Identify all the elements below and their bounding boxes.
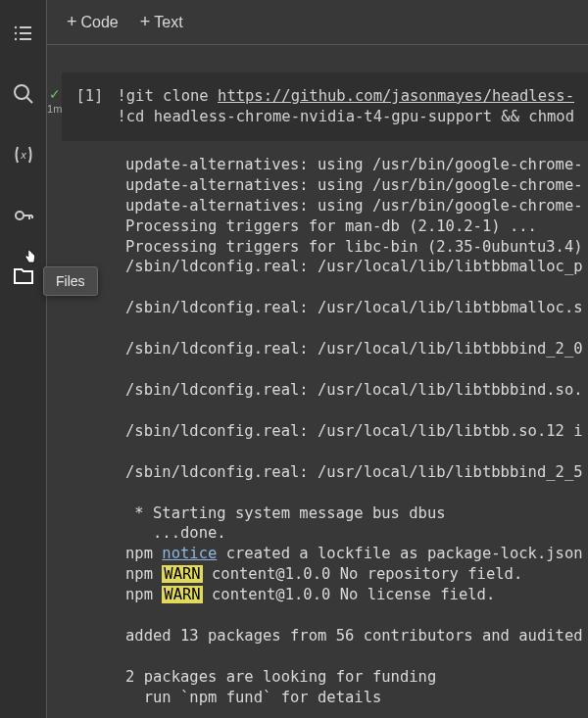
code-lines: !git clone https://github.com/jasonmayes…	[117, 86, 574, 127]
code-cell[interactable]: ✓ 1m [1] !git clone https://github.com/j…	[47, 72, 588, 141]
code-line: !git clone https://github.com/jasonmayes…	[117, 86, 574, 107]
cell-output: update-alternatives: using /usr/bin/goog…	[76, 141, 588, 708]
svg-point-4	[14, 32, 16, 34]
output-line	[125, 401, 588, 421]
search-icon[interactable]	[8, 78, 39, 110]
check-icon: ✓	[49, 86, 61, 102]
output-line	[125, 359, 588, 380]
output-line: /sbin/ldconfig.real: /usr/local/lib/libt…	[125, 339, 588, 359]
output-line: 2 packages are looking for funding	[125, 667, 588, 688]
output-line	[125, 442, 588, 462]
output-line: Processing triggers for libc-bin (2.35-0…	[125, 237, 588, 258]
plus-icon: +	[67, 12, 77, 32]
add-code-label: Code	[81, 14, 119, 31]
output-line: /sbin/ldconfig.real: /usr/local/lib/libt…	[125, 257, 588, 277]
npm-warn: WARN	[162, 565, 202, 583]
output-line: Processing triggers for man-db (2.10.2-1…	[125, 216, 588, 237]
output-line: update-alternatives: using /usr/bin/goog…	[125, 196, 588, 216]
cell-prompt: [1]	[75, 86, 103, 127]
output-line: update-alternatives: using /usr/bin/goog…	[125, 175, 588, 196]
files-icon[interactable]	[8, 261, 39, 292]
secrets-icon[interactable]	[8, 200, 39, 231]
svg-point-6	[15, 85, 28, 99]
sidebar: x	[0, 0, 47, 718]
cell-gutter: ✓ 1m	[47, 72, 62, 115]
output-line: /sbin/ldconfig.real: /usr/local/lib/libt…	[125, 298, 588, 318]
svg-line-7	[26, 98, 32, 104]
svg-point-3	[14, 26, 16, 28]
add-text-button[interactable]: + Text	[140, 12, 183, 32]
code-block[interactable]: [1] !git clone https://github.com/jasonm…	[62, 72, 588, 141]
main-area: + Code + Text ✓ 1m [1] !git clone https:…	[47, 0, 588, 718]
npm-warn: WARN	[162, 586, 202, 603]
variables-icon[interactable]: x	[8, 139, 39, 170]
output-line: ...done.	[125, 523, 588, 544]
output-line: /sbin/ldconfig.real: /usr/local/lib/libt…	[125, 421, 588, 442]
add-code-button[interactable]: + Code	[67, 12, 119, 32]
cell-area: ✓ 1m [1] !git clone https://github.com/j…	[47, 45, 588, 718]
output-line: run `npm fund` for details	[125, 688, 588, 708]
output-line: update-alternatives: using /usr/bin/goog…	[125, 155, 588, 175]
code-line: !cd headless-chrome-nvidia-t4-gpu-suppor…	[117, 107, 574, 127]
toolbar: + Code + Text	[47, 0, 588, 45]
output-line: /sbin/ldconfig.real: /usr/local/lib/libt…	[125, 462, 588, 483]
output-line	[125, 605, 588, 626]
npm-notice: notice	[162, 545, 217, 562]
add-text-label: Text	[154, 14, 182, 31]
output-line	[125, 483, 588, 503]
toc-icon[interactable]	[8, 18, 39, 49]
output-line: /sbin/ldconfig.real: /usr/local/lib/libt…	[125, 380, 588, 401]
exec-time: 1m	[47, 103, 62, 115]
output-line	[125, 318, 588, 339]
svg-text:x: x	[20, 149, 26, 161]
output-line: * Starting system message bus dbus	[125, 503, 588, 524]
svg-point-9	[16, 212, 24, 219]
svg-point-5	[14, 38, 16, 40]
output-line: added 13 packages from 56 contributors a…	[125, 626, 588, 646]
plus-icon: +	[140, 12, 151, 32]
output-line	[125, 277, 588, 298]
output-line	[125, 646, 588, 667]
